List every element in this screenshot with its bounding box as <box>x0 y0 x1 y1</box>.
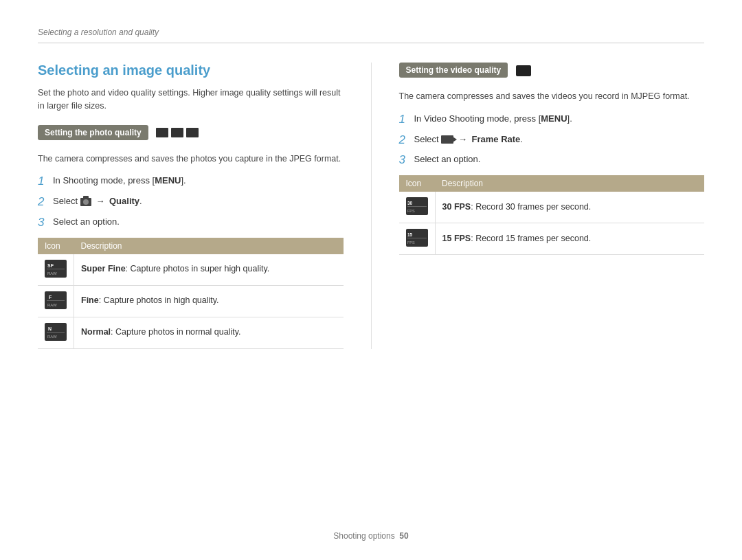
page-container: Selecting a resolution and quality Selec… <box>0 0 742 560</box>
video-quality-desc: The camera compresses and saves the vide… <box>399 90 705 103</box>
camera-inline-icon <box>80 198 91 206</box>
photo-quality-badge-label: Setting the photo quality <box>45 128 142 137</box>
30fps-icon: 30 FPS <box>406 197 428 215</box>
normal-icon: N RAW <box>45 323 67 341</box>
right-column: Setting the video quality The camera com… <box>371 63 705 349</box>
svg-text:FPS: FPS <box>407 240 415 245</box>
video-quality-badge-label: Setting the video quality <box>406 65 502 75</box>
table-row: 15 FPS 15 FPS: Record 15 frames per seco… <box>399 223 705 255</box>
video-quality-badge: Setting the video quality <box>399 63 508 78</box>
photo-step-2: 2 Select → Quality. <box>38 195 344 210</box>
photo-table-header-row: Icon Description <box>38 238 344 254</box>
photo-quality-desc: The camera compresses and saves the phot… <box>38 153 344 166</box>
breadcrumb-text: Selecting a resolution and quality <box>38 27 159 37</box>
photo-quality-badge: Setting the photo quality <box>38 125 148 140</box>
photo-icon-f: F RAW <box>38 285 74 317</box>
photo-table-header-desc: Description <box>74 238 344 254</box>
left-column: Selecting an image quality Set the photo… <box>38 63 344 349</box>
footer-text: Shooting options <box>333 531 394 541</box>
table-row: SF RAW Super Fine: Capture photos in sup… <box>38 254 344 286</box>
video-step-3-text: Select an option. <box>414 153 705 166</box>
svg-rect-6 <box>47 300 65 301</box>
svg-rect-14 <box>407 206 427 207</box>
fine-icon: F RAW <box>45 291 67 309</box>
camera-icon-3 <box>186 128 199 137</box>
video-icon-badge <box>516 65 531 76</box>
photo-steps: 1 In Shooting mode, press [MENU]. 2 Sele… <box>38 175 344 230</box>
photo-quality-table: Icon Description SF RAW <box>38 238 344 349</box>
photo-table-header-icon: Icon <box>38 238 74 254</box>
svg-text:F: F <box>49 295 52 300</box>
video-step-2-text: Select → Frame Rate. <box>414 133 705 146</box>
camera-icon-1 <box>156 128 168 137</box>
photo-step-2-num: 2 <box>38 194 53 210</box>
photo-quality-badge-row: Setting the photo quality <box>38 125 344 146</box>
15fps-icon: 15 FPS <box>406 229 428 247</box>
photo-step-2-text: Select → Quality. <box>53 195 344 208</box>
svg-rect-18 <box>407 238 427 238</box>
columns: Selecting an image quality Set the photo… <box>38 63 704 349</box>
svg-text:30: 30 <box>407 201 413 205</box>
table-row: N RAW Normal: Capture photos in normal q… <box>38 317 344 348</box>
photo-step-1-text: In Shooting mode, press [MENU]. <box>53 175 344 187</box>
video-step-2: 2 Select → Frame Rate. <box>399 133 705 148</box>
footer: Shooting options 50 <box>0 531 742 541</box>
photo-badge-icons <box>156 128 199 137</box>
video-quality-table: Icon Description 30 FPS <box>399 175 705 255</box>
video-steps: 1 In Video Shooting mode, press [MENU]. … <box>399 113 705 168</box>
photo-step-3-num: 3 <box>38 214 53 231</box>
video-inline-icon <box>441 135 453 144</box>
photo-step-3-text: Select an option. <box>53 216 344 228</box>
svg-text:FPS: FPS <box>407 209 415 213</box>
video-table-header-icon: Icon <box>399 175 436 192</box>
intro-text: Set the photo and video quality settings… <box>38 87 344 113</box>
video-step-3-num: 3 <box>399 152 414 168</box>
photo-desc-n: Normal: Capture photos in normal quality… <box>74 317 344 348</box>
camera-icon-2 <box>171 128 183 137</box>
section-title: Selecting an image quality <box>38 63 344 78</box>
video-badge-icons <box>516 65 531 76</box>
footer-page-num: 50 <box>399 531 408 541</box>
svg-text:N: N <box>48 326 52 331</box>
svg-rect-2 <box>47 269 65 269</box>
svg-text:RAW: RAW <box>47 271 57 276</box>
photo-icon-n: N RAW <box>38 317 74 348</box>
video-step-3: 3 Select an option. <box>399 153 705 168</box>
photo-step-3: 3 Select an option. <box>38 216 344 231</box>
photo-icon-sf: SF RAW <box>38 254 74 286</box>
video-step-1-text: In Video Shooting mode, press [MENU]. <box>414 113 705 125</box>
table-row: F RAW Fine: Capture photos in high quali… <box>38 285 344 317</box>
video-step-1-num: 1 <box>399 111 414 128</box>
table-row: 30 FPS 30 FPS: Record 30 frames per seco… <box>399 192 705 223</box>
svg-text:RAW: RAW <box>47 303 57 307</box>
video-table-header-row: Icon Description <box>399 175 705 192</box>
video-quality-badge-row: Setting the video quality <box>399 63 705 83</box>
svg-text:15: 15 <box>407 232 413 237</box>
svg-rect-10 <box>47 332 65 333</box>
photo-step-1-num: 1 <box>38 173 53 190</box>
photo-desc-sf: Super Fine: Capture photos in super high… <box>74 254 344 286</box>
photo-step-1: 1 In Shooting mode, press [MENU]. <box>38 175 344 190</box>
video-desc-30fps: 30 FPS: Record 30 frames per second. <box>435 192 704 223</box>
video-icon-15fps: 15 FPS <box>399 223 436 255</box>
video-step-2-num: 2 <box>399 132 414 148</box>
photo-desc-f: Fine: Capture photos in high quality. <box>74 285 344 317</box>
video-icon-30fps: 30 FPS <box>399 192 436 223</box>
breadcrumb: Selecting a resolution and quality <box>38 27 704 43</box>
video-desc-15fps: 15 FPS: Record 15 frames per second. <box>435 223 704 255</box>
video-table-header-desc: Description <box>435 175 704 192</box>
svg-text:RAW: RAW <box>47 335 57 339</box>
super-fine-icon: SF RAW <box>45 260 67 278</box>
svg-text:SF: SF <box>47 263 54 268</box>
video-step-1: 1 In Video Shooting mode, press [MENU]. <box>399 113 705 128</box>
